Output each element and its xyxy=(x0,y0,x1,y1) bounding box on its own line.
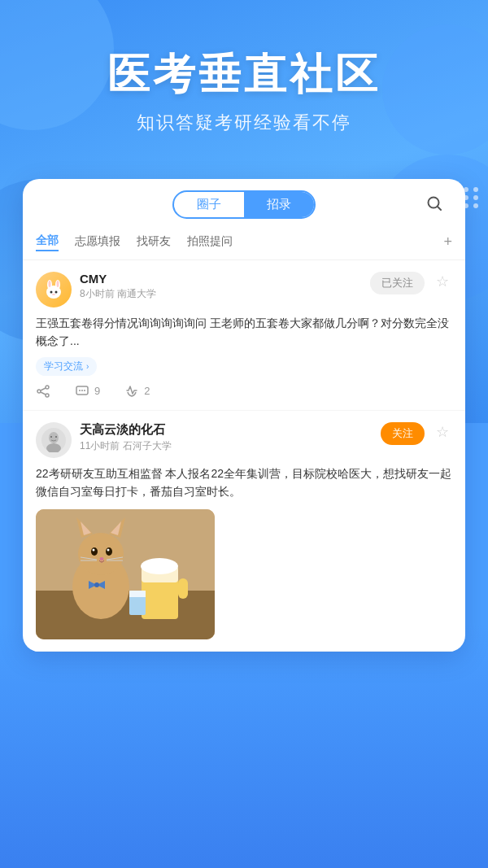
username: CMY xyxy=(80,272,362,286)
post-item: CMY 8小时前 南通大学 已关注 ☆ 王强五套卷得分情况询询询询询问 王老师的… xyxy=(23,260,465,411)
svg-point-17 xyxy=(81,390,83,391)
avatar xyxy=(36,272,72,308)
search-icon xyxy=(426,195,442,212)
cat-add-button[interactable]: + xyxy=(443,233,452,251)
svg-point-27 xyxy=(78,533,124,575)
dot xyxy=(473,203,478,208)
svg-point-43 xyxy=(94,582,99,587)
chevron-right-icon: › xyxy=(86,362,89,371)
svg-point-33 xyxy=(106,547,112,556)
bottom-area xyxy=(0,624,488,868)
star-icon[interactable]: ☆ xyxy=(433,422,452,442)
cat-zhiyuan[interactable]: 志愿填报 xyxy=(75,233,120,251)
svg-point-47 xyxy=(141,558,178,574)
svg-point-36 xyxy=(100,557,104,560)
cat-paizhao[interactable]: 拍照提问 xyxy=(187,233,233,251)
like-action[interactable]: 2 xyxy=(124,384,150,399)
tab-quanzi[interactable]: 圈子 xyxy=(174,192,244,217)
post-header: 天高云淡的化石 11小时前 石河子大学 关注 ☆ xyxy=(36,422,452,458)
comment-icon xyxy=(75,384,89,399)
hero-section: 医考垂直社区 知识答疑考研经验看不停 xyxy=(0,49,488,135)
user-info: 天高云淡的化石 11小时前 石河子大学 xyxy=(80,422,373,453)
user-info: CMY 8小时前 南通大学 xyxy=(80,272,362,301)
svg-point-23 xyxy=(55,436,57,438)
svg-point-34 xyxy=(93,548,95,551)
post-content: 22考研研友互助互相监督 本人报名22全年集训营，目标院校哈医大，想找研友一起微… xyxy=(36,465,452,501)
post-actions: 9 2 xyxy=(36,384,452,399)
svg-point-10 xyxy=(46,386,49,389)
follow-button[interactable]: 关注 xyxy=(381,422,425,445)
avatar-image xyxy=(41,277,66,302)
cat-all[interactable]: 全部 xyxy=(36,232,59,251)
svg-line-14 xyxy=(41,392,46,395)
tag-label: 学习交流 xyxy=(44,360,83,373)
dot xyxy=(473,187,478,192)
svg-line-1 xyxy=(438,207,441,210)
post-header: CMY 8小时前 南通大学 已关注 ☆ xyxy=(36,272,452,308)
post-item: 天高云淡的化石 11小时前 石河子大学 关注 ☆ 22考研研友互助互相监督 本人… xyxy=(23,411,465,652)
hero-title: 医考垂直社区 xyxy=(0,49,488,99)
user-meta: 11小时前 石河子大学 xyxy=(80,439,373,453)
svg-point-7 xyxy=(50,291,53,294)
avatar-image xyxy=(41,428,66,452)
username: 天高云淡的化石 xyxy=(80,422,373,438)
like-count: 2 xyxy=(144,385,150,397)
avatar xyxy=(36,422,72,458)
tab-bar: 圈子 招录 xyxy=(23,179,465,227)
svg-point-20 xyxy=(49,432,59,443)
share-icon xyxy=(36,384,50,399)
comment-count: 9 xyxy=(94,385,100,397)
main-card: 圈子 招录 全部 志愿填报 找研友 拍照提问 + xyxy=(23,179,465,652)
svg-point-9 xyxy=(52,294,55,295)
user-meta: 8小时前 南通大学 xyxy=(80,287,362,301)
comment-action[interactable]: 9 xyxy=(75,384,100,399)
svg-point-32 xyxy=(91,547,98,556)
svg-point-35 xyxy=(107,548,110,551)
cat-image xyxy=(36,509,215,639)
search-button[interactable] xyxy=(420,189,449,218)
follow-button[interactable]: 已关注 xyxy=(370,272,425,294)
dot xyxy=(473,195,478,200)
svg-point-11 xyxy=(37,390,41,393)
svg-point-16 xyxy=(79,390,81,391)
post-content: 王强五套卷得分情况询询询询询问 王老师的五套卷大家都做几分啊？对分数完全没概念了… xyxy=(36,314,452,351)
svg-point-5 xyxy=(49,281,51,287)
svg-point-18 xyxy=(84,390,85,391)
like-icon xyxy=(124,384,139,399)
svg-point-22 xyxy=(50,436,52,438)
svg-rect-46 xyxy=(178,578,188,599)
category-nav: 全部 志愿填报 找研友 拍照提问 + xyxy=(23,227,465,260)
hero-subtitle: 知识答疑考研经验看不停 xyxy=(0,111,488,135)
svg-line-13 xyxy=(41,388,46,390)
tag-pill[interactable]: 学习交流 › xyxy=(36,357,97,376)
svg-point-6 xyxy=(57,281,59,287)
tab-group: 圈子 招录 xyxy=(172,190,316,219)
post-image xyxy=(36,509,215,639)
svg-point-8 xyxy=(55,291,58,294)
svg-point-12 xyxy=(46,394,49,397)
cat-yangyou[interactable]: 找研友 xyxy=(137,233,171,251)
share-action[interactable] xyxy=(36,384,50,399)
tab-zhaolu[interactable]: 招录 xyxy=(244,192,314,217)
star-icon[interactable]: ☆ xyxy=(433,272,452,291)
svg-rect-49 xyxy=(129,591,146,597)
